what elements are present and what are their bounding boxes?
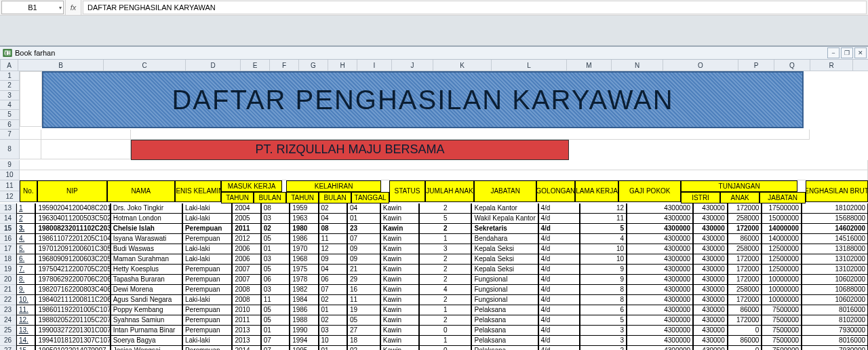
cell-jabatan[interactable]: Kepala Seksi bbox=[471, 265, 538, 275]
cell-nama[interactable]: Agus Sandi Negara bbox=[111, 295, 182, 305]
cell-gaji[interactable]: 4300000 bbox=[627, 265, 693, 275]
cell-no[interactable]: 8. bbox=[16, 275, 35, 285]
th-m-tahun[interactable]: TAHUN bbox=[221, 192, 254, 203]
column-header-B[interactable]: B bbox=[18, 60, 104, 71]
cell-t_anak[interactable]: 258000 bbox=[728, 285, 762, 295]
cell-nip[interactable]: 198601192201005C107 bbox=[35, 305, 110, 315]
cell-gaji[interactable]: 4300000 bbox=[627, 315, 693, 326]
cell-l_bl[interactable]: 01 bbox=[319, 305, 347, 315]
cell-t_anak[interactable]: 86000 bbox=[728, 234, 762, 244]
cell-jabatan[interactable]: Kepala Seksi bbox=[471, 244, 538, 254]
cell-bruto[interactable]: 8016000 bbox=[802, 336, 868, 346]
th-l-bulan[interactable]: BULAN bbox=[319, 192, 351, 203]
cell-nama[interactable]: Hetty Koesplus bbox=[111, 265, 182, 275]
th-jabatan[interactable]: JABATAN bbox=[474, 180, 536, 202]
cell-l_tg[interactable]: 21 bbox=[347, 265, 380, 275]
cell-anak[interactable]: 2 bbox=[419, 315, 472, 326]
cell-m_bl[interactable]: 05 bbox=[261, 315, 290, 326]
cell-jabatan[interactable]: Bendahara bbox=[471, 234, 538, 244]
cell-t_jab[interactable]: 14000000 bbox=[762, 224, 802, 234]
cell-no[interactable]: 12. bbox=[16, 315, 35, 326]
cell-t_anak[interactable]: 258000 bbox=[728, 244, 762, 254]
cell-m_bl[interactable]: 07 bbox=[261, 336, 290, 346]
cell-m_bl[interactable]: 05 bbox=[261, 265, 290, 275]
cell-t_istri[interactable]: 430000 bbox=[693, 285, 728, 295]
cell-nip[interactable]: 196304011200503C502 bbox=[35, 214, 110, 224]
row-header[interactable]: 18 bbox=[0, 254, 16, 265]
cell-lama[interactable]: 4 bbox=[580, 234, 627, 244]
cell-l_th[interactable]: 1980 bbox=[290, 224, 318, 234]
cell-l_th[interactable]: 1984 bbox=[290, 295, 318, 305]
cell-nama[interactable]: Soerya Bagya bbox=[111, 336, 182, 346]
cell-nip[interactable]: 197806292200706C206 bbox=[35, 275, 110, 285]
cell-anak[interactable]: 4 bbox=[419, 285, 472, 295]
cell-gol[interactable]: 4/d bbox=[538, 305, 580, 315]
cell-jk[interactable]: Laki-laki bbox=[182, 254, 232, 265]
cell-bruto[interactable]: 8102000 bbox=[802, 315, 868, 326]
cell-status[interactable]: Kawin bbox=[380, 265, 419, 275]
column-header-A[interactable]: A bbox=[1, 60, 18, 71]
cell-jk[interactable]: Perempuan bbox=[182, 234, 232, 244]
cell-l_bl[interactable]: 01 bbox=[319, 346, 347, 350]
cell-m_th[interactable]: 2007 bbox=[232, 265, 260, 275]
row-header[interactable]: 27 bbox=[0, 346, 16, 350]
cell-status[interactable]: Kawin bbox=[380, 315, 419, 326]
cell-m_th[interactable]: 2013 bbox=[232, 336, 260, 346]
cell-no[interactable]: 5. bbox=[16, 244, 35, 254]
column-header-D[interactable]: D bbox=[186, 60, 241, 71]
cell-l_th[interactable]: 1959 bbox=[290, 203, 318, 214]
cell-no[interactable]: 2 bbox=[16, 214, 35, 224]
cell-gol[interactable]: 4/d bbox=[538, 265, 580, 275]
row-header[interactable]: 10 bbox=[0, 170, 20, 180]
subtitle-cell[interactable]: PT. RIZQULLAH MAJU BERSAMA bbox=[131, 140, 569, 160]
cell-nip[interactable]: 198207162200803C406 bbox=[35, 285, 110, 295]
cell-l_tg[interactable]: 07 bbox=[347, 234, 380, 244]
cell-nama[interactable]: Poppy Kembang bbox=[111, 305, 182, 315]
cell-t_jab[interactable]: 10000000 bbox=[762, 275, 802, 285]
cell-status[interactable]: Kawin bbox=[380, 203, 419, 214]
cell-m_bl[interactable]: 02 bbox=[261, 224, 290, 234]
title-cell[interactable]: DAFTAR PENGHASILAN KARYAWAN bbox=[42, 71, 804, 128]
cell-l_bl[interactable]: 02 bbox=[319, 203, 347, 214]
cell-status[interactable]: Kawin bbox=[380, 275, 419, 285]
th-nip[interactable]: NIP bbox=[37, 180, 108, 202]
cell-lama[interactable]: 5 bbox=[580, 224, 627, 234]
cell-t_anak[interactable]: 172000 bbox=[728, 315, 762, 326]
cell-t_istri[interactable]: 430000 bbox=[693, 326, 728, 336]
cell-jk[interactable]: Perempuan bbox=[182, 285, 232, 295]
cell-blank[interactable] bbox=[20, 170, 868, 180]
row-header[interactable]: 26 bbox=[0, 336, 16, 346]
cell-gol[interactable]: 4/d bbox=[538, 254, 580, 265]
cell-nip[interactable]: 198402111200811C206 bbox=[35, 295, 110, 305]
cell-l_bl[interactable]: 06 bbox=[319, 275, 347, 285]
cell-no[interactable]: 15. bbox=[16, 346, 35, 350]
cell-no[interactable]: 9. bbox=[16, 285, 35, 295]
cell-no[interactable]: 4. bbox=[16, 234, 35, 244]
row-header[interactable]: 25 bbox=[0, 326, 16, 336]
cell-no[interactable]: 14. bbox=[16, 336, 35, 346]
cell-l_tg[interactable]: 02 bbox=[347, 346, 380, 350]
cell-status[interactable]: Kawin bbox=[380, 346, 419, 350]
cell-gol[interactable]: 4/d bbox=[538, 346, 580, 350]
cell-t_jab[interactable]: 7500000 bbox=[762, 315, 802, 326]
cell-gaji[interactable]: 4300000 bbox=[627, 214, 693, 224]
cell-t_istri[interactable]: 430000 bbox=[693, 265, 728, 275]
cell-l_bl[interactable]: 02 bbox=[319, 295, 347, 305]
cell-gaji[interactable]: 4300000 bbox=[627, 285, 693, 295]
cell-m_th[interactable]: 2013 bbox=[232, 326, 260, 336]
cell-m_th[interactable]: 2010 bbox=[232, 305, 260, 315]
cell-t_anak[interactable]: 258000 bbox=[728, 214, 762, 224]
row-header[interactable]: 5 bbox=[0, 110, 20, 119]
cell-nama[interactable]: Syahnas Samiun bbox=[111, 315, 182, 326]
cell-blank[interactable] bbox=[20, 71, 42, 127]
column-header-O[interactable]: O bbox=[663, 60, 738, 71]
row-header[interactable]: 20 bbox=[0, 275, 16, 285]
cell-m_th[interactable]: 2011 bbox=[232, 224, 260, 234]
th-anak[interactable]: JUMLAH ANAK bbox=[425, 180, 474, 202]
cell-bruto[interactable]: 7930000 bbox=[802, 326, 868, 336]
cell-anak[interactable]: 3 bbox=[419, 244, 472, 254]
th-nama[interactable]: NAMA bbox=[107, 180, 175, 202]
cell-nip[interactable]: 196809091200603C205 bbox=[35, 254, 110, 265]
cell-t_anak[interactable]: 0 bbox=[728, 346, 762, 350]
column-header-Q[interactable]: Q bbox=[774, 60, 810, 71]
